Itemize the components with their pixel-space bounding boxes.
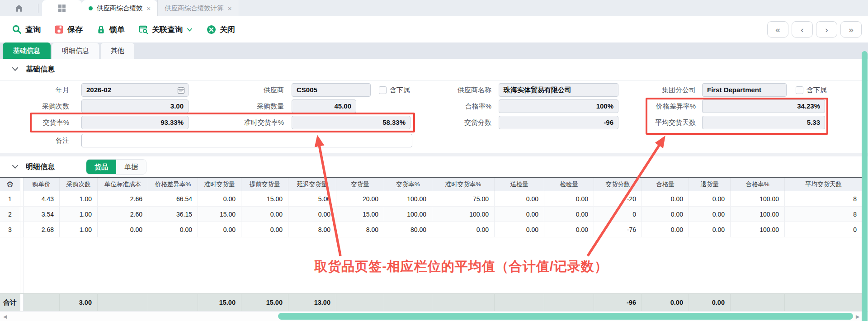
table-cell[interactable]: 100.00 bbox=[432, 207, 495, 222]
column-header[interactable]: 采购次数 bbox=[60, 178, 98, 191]
table-cell[interactable]: 0.00 bbox=[642, 191, 689, 206]
table-row[interactable]: 3 2.681.000.000.000.000.008.008.0080.000… bbox=[0, 222, 863, 237]
window-tab-supplier-performance[interactable]: 供应商综合绩效 × bbox=[82, 0, 157, 16]
table-cell[interactable]: 0.00 bbox=[432, 222, 495, 237]
table-cell[interactable]: 0.00 bbox=[288, 207, 336, 222]
column-header[interactable]: 价格差异率% bbox=[148, 178, 198, 191]
table-cell[interactable]: 0.00 bbox=[495, 222, 544, 237]
table-cell[interactable]: 0.00 bbox=[544, 191, 594, 206]
table-cell[interactable]: 3.54 bbox=[24, 207, 60, 222]
table-cell[interactable]: 100.00 bbox=[384, 191, 432, 206]
table-cell[interactable]: 0.00 bbox=[689, 207, 731, 222]
table-cell[interactable]: 15.00 bbox=[241, 191, 288, 206]
table-cell[interactable]: 75.00 bbox=[432, 191, 495, 206]
collapse-chevron-icon[interactable] bbox=[12, 66, 19, 72]
table-cell[interactable]: 0.00 bbox=[544, 222, 594, 237]
table-cell[interactable]: 5.00 bbox=[288, 191, 336, 206]
table-cell[interactable]: 4.43 bbox=[24, 191, 60, 206]
ontime-rate-field[interactable]: 58.33% bbox=[292, 116, 410, 129]
table-cell[interactable]: -76 bbox=[594, 222, 642, 237]
close-tab-icon[interactable]: × bbox=[147, 5, 151, 12]
table-cell[interactable]: 15.00 bbox=[198, 207, 241, 222]
table-cell[interactable]: 0.00 bbox=[148, 222, 198, 237]
table-cell[interactable]: 100.00 bbox=[731, 191, 785, 206]
checkbox-icon[interactable] bbox=[796, 86, 803, 94]
table-cell[interactable]: 36.15 bbox=[148, 207, 198, 222]
table-cell[interactable]: 0.00 bbox=[495, 191, 544, 206]
table-cell[interactable]: 0.00 bbox=[689, 222, 731, 237]
table-cell[interactable]: 0.00 bbox=[544, 207, 594, 222]
table-cell[interactable]: 0.00 bbox=[495, 207, 544, 222]
supplier-name-field[interactable]: 珠海实体贸易有限公司 bbox=[499, 83, 618, 97]
subtab-goods[interactable]: 货品 bbox=[86, 160, 116, 174]
column-header[interactable]: 检验量 bbox=[544, 178, 594, 191]
column-header[interactable]: 延迟交货量 bbox=[288, 178, 336, 191]
subtab-documents[interactable]: 单据 bbox=[116, 160, 146, 174]
table-cell[interactable]: 80.00 bbox=[384, 222, 432, 237]
table-cell[interactable]: 1.00 bbox=[60, 222, 98, 237]
scroll-right-icon[interactable]: ▶ bbox=[856, 314, 859, 320]
column-header[interactable]: 退货量 bbox=[689, 178, 731, 191]
table-row[interactable]: 2 3.541.002.6036.1515.000.000.0015.00100… bbox=[0, 207, 863, 222]
collapse-chevron-icon[interactable] bbox=[12, 164, 19, 170]
first-record-button[interactable]: « bbox=[767, 21, 788, 38]
table-cell[interactable]: 8.00 bbox=[336, 222, 384, 237]
column-header[interactable]: 准时交货率% bbox=[432, 178, 495, 191]
table-cell[interactable]: 15.00 bbox=[336, 207, 384, 222]
column-header[interactable]: 购单价 bbox=[24, 178, 60, 191]
delivery-score-field[interactable]: -96 bbox=[499, 116, 618, 129]
table-cell[interactable]: 100.00 bbox=[731, 207, 785, 222]
calendar-icon[interactable] bbox=[177, 86, 185, 94]
tab-other[interactable]: 其他 bbox=[100, 42, 135, 59]
group-branch-field[interactable]: First Department bbox=[702, 83, 787, 97]
tab-basic-info[interactable]: 基础信息 bbox=[3, 42, 51, 59]
close-tab-icon[interactable]: × bbox=[228, 5, 232, 12]
column-header[interactable]: 提前交货量 bbox=[241, 178, 288, 191]
table-cell[interactable]: 0.00 bbox=[642, 222, 689, 237]
avg-delivery-days-field[interactable]: 5.33 bbox=[702, 116, 825, 129]
table-cell[interactable]: -20 bbox=[594, 191, 642, 206]
lock-button[interactable]: 锁单 bbox=[96, 24, 125, 35]
table-cell[interactable]: 66.54 bbox=[148, 191, 198, 206]
tab-detail-info[interactable]: 明细信息 bbox=[52, 42, 99, 59]
table-cell[interactable]: 1.00 bbox=[60, 207, 98, 222]
column-header[interactable]: 平均交货天数 bbox=[785, 178, 863, 191]
year-month-field[interactable]: 2026-02 bbox=[81, 83, 189, 97]
table-row[interactable]: 1 4.431.002.6666.540.0015.005.0020.00100… bbox=[0, 191, 863, 207]
purchase-count-field[interactable]: 3.00 bbox=[81, 99, 189, 113]
column-header[interactable]: 单位标准成本 bbox=[98, 178, 148, 191]
column-header[interactable]: 准时交货量 bbox=[198, 178, 241, 191]
supplier-include-sub-checkbox[interactable]: 含下属 bbox=[379, 83, 410, 97]
column-header[interactable]: 交货分数 bbox=[594, 178, 642, 191]
home-button[interactable] bbox=[0, 0, 38, 16]
price-diff-rate-field[interactable]: 34.23% bbox=[702, 99, 825, 113]
pass-rate-field[interactable]: 100% bbox=[499, 99, 618, 113]
column-header[interactable]: 交货量 bbox=[336, 178, 384, 191]
table-cell[interactable]: 0.00 bbox=[642, 207, 689, 222]
table-cell[interactable]: 0.00 bbox=[198, 222, 241, 237]
table-cell[interactable]: 0 bbox=[594, 207, 642, 222]
table-cell[interactable]: 8.00 bbox=[288, 222, 336, 237]
table-cell[interactable]: 0.00 bbox=[241, 222, 288, 237]
vertical-scrollbar-thumb[interactable] bbox=[862, 51, 868, 321]
horizontal-scrollbar-thumb[interactable] bbox=[278, 313, 853, 320]
table-cell[interactable]: 2.68 bbox=[24, 222, 60, 237]
related-query-button[interactable]: 关联查询 bbox=[138, 24, 193, 35]
horizontal-scrollbar[interactable]: ◀ ▶ bbox=[0, 311, 868, 321]
last-record-button[interactable]: » bbox=[840, 21, 862, 38]
scroll-left-icon[interactable]: ◀ bbox=[3, 314, 7, 320]
table-cell[interactable]: 20.00 bbox=[336, 191, 384, 206]
table-cell[interactable]: 0.00 bbox=[98, 222, 148, 237]
table-cell[interactable]: 0.00 bbox=[241, 207, 288, 222]
close-button[interactable]: 关闭 bbox=[207, 24, 235, 35]
table-cell[interactable]: 100.00 bbox=[384, 207, 432, 222]
column-header[interactable]: 合格率% bbox=[731, 178, 785, 191]
branch-include-sub-checkbox[interactable]: 含下属 bbox=[796, 83, 827, 97]
prev-record-button[interactable]: ‹ bbox=[792, 21, 813, 38]
window-tab-supplier-performance-calc[interactable]: 供应商综合绩效计算 × bbox=[157, 0, 239, 16]
remark-field[interactable] bbox=[81, 134, 412, 147]
table-cell[interactable]: 0.00 bbox=[198, 191, 241, 206]
query-button[interactable]: 查询 bbox=[12, 24, 41, 35]
column-settings-button[interactable]: ⚙ bbox=[0, 178, 20, 191]
table-cell[interactable]: 2.60 bbox=[98, 207, 148, 222]
